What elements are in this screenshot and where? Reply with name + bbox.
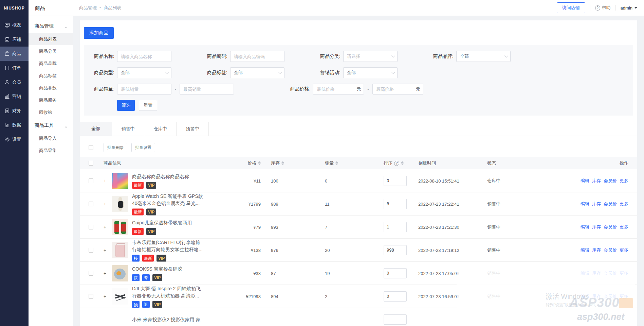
row-expander[interactable]: + xyxy=(102,201,108,207)
sidebar-item-settings[interactable]: 设置 xyxy=(0,132,29,147)
submenu-list: 商品管理商品列表商品分类商品品牌商品标签商品参数商品服务回收站商品工具商品导入商… xyxy=(29,16,73,157)
submenu-item[interactable]: 商品导入 xyxy=(29,132,73,144)
row-expander[interactable]: + xyxy=(102,178,108,184)
type-select[interactable]: 全部 xyxy=(117,67,171,78)
filter-reset-button[interactable]: 重置 xyxy=(139,100,157,111)
action-member-price[interactable]: 会员价 xyxy=(604,224,617,229)
tab-全部[interactable]: 全部 xyxy=(80,122,112,136)
sidebar-item-order[interactable]: 订单 xyxy=(0,61,29,75)
row-checkbox[interactable] xyxy=(89,178,93,183)
submenu-group-0[interactable]: 商品管理 xyxy=(29,19,73,33)
sort-input[interactable] xyxy=(384,245,407,255)
add-product-button[interactable]: 添加商品 xyxy=(84,27,114,39)
sort-carets-icon[interactable] xyxy=(335,161,338,165)
row-checkbox[interactable] xyxy=(89,202,93,206)
action-member-price[interactable]: 会员价 xyxy=(604,247,617,253)
activity-select[interactable]: 全部 xyxy=(343,67,398,78)
action-stock[interactable]: 库存 xyxy=(592,247,601,253)
submenu-item[interactable]: 商品品牌 xyxy=(29,57,73,70)
filter-brand: 商品品牌: 全部 xyxy=(423,51,536,62)
submenu-item[interactable]: 商品标签 xyxy=(29,70,73,82)
help-link[interactable]: ? 帮助 xyxy=(595,5,611,11)
row-checkbox[interactable] xyxy=(89,271,93,276)
sort-input[interactable] xyxy=(384,314,407,325)
sort-carets-icon[interactable] xyxy=(401,161,404,165)
action-more[interactable]: 更多 xyxy=(620,224,628,229)
min-sales-input[interactable] xyxy=(117,84,171,95)
product-name-input[interactable] xyxy=(117,51,171,62)
product-code-input[interactable] xyxy=(230,51,284,62)
submenu-item[interactable]: 商品采集 xyxy=(29,144,73,157)
submenu-item[interactable]: 商品分类 xyxy=(29,45,73,57)
action-member-price[interactable]: 会员价 xyxy=(604,201,617,206)
action-stock[interactable]: 库存 xyxy=(592,178,601,183)
action-edit[interactable]: 编辑 xyxy=(581,178,589,183)
submenu-item[interactable]: 商品参数 xyxy=(29,82,73,94)
action-more[interactable]: 更多 xyxy=(620,178,628,183)
tab-预警中[interactable]: 预警中 xyxy=(177,122,209,136)
sort-input[interactable] xyxy=(384,268,407,278)
tab-仓库中[interactable]: 仓库中 xyxy=(144,122,177,136)
filter-category: 商品分类: 请选择 xyxy=(310,51,423,62)
range-separator: - xyxy=(175,87,176,92)
table-row: +卡帝乐鳄鱼(CARTELO)行李箱旅行箱铝框万向轮男女学生拉杆箱...接最新V… xyxy=(80,239,637,262)
filter-submit-button[interactable]: 筛选 xyxy=(117,100,135,111)
row-checkbox[interactable] xyxy=(89,294,93,299)
sidebar-item-data[interactable]: 数据 xyxy=(0,118,29,132)
sidebar-item-overview[interactable]: 概况 xyxy=(0,18,29,32)
sales-header-label: 销量 xyxy=(325,160,334,166)
sidebar-item-finance[interactable]: 财务 xyxy=(0,104,29,118)
product-stock: 976 xyxy=(271,247,278,253)
row-expander[interactable]: + xyxy=(102,224,108,230)
action-more[interactable]: 更多 xyxy=(620,201,628,206)
col-sort-header[interactable]: 排序 ? xyxy=(384,160,404,166)
submenu-item[interactable]: 回收站 xyxy=(29,106,73,119)
action-edit[interactable]: 编辑 xyxy=(581,247,589,253)
row-expander[interactable]: + xyxy=(102,271,108,276)
action-stock[interactable]: 库存 xyxy=(592,224,601,229)
row-checkbox[interactable] xyxy=(89,225,93,229)
product-tags: 接最新VIP xyxy=(132,255,241,261)
sort-input[interactable] xyxy=(384,222,407,232)
product-sales: 20 xyxy=(325,247,330,253)
brand-select[interactable]: 全部 xyxy=(456,51,511,62)
sort-carets-icon[interactable] xyxy=(258,161,261,165)
tab-销售中[interactable]: 销售中 xyxy=(112,122,144,136)
submenu-group-1[interactable]: 商品工具 xyxy=(29,119,73,132)
product-tag: 接 xyxy=(132,274,140,281)
action-member-price[interactable]: 会员价 xyxy=(604,178,617,183)
sidebar-item-marketing[interactable]: 营销 xyxy=(0,89,29,104)
header-checkbox[interactable] xyxy=(89,161,93,166)
col-sales-header[interactable]: 销量 xyxy=(325,160,338,166)
visit-shop-button[interactable]: 访问店铺 xyxy=(557,2,585,13)
category-select[interactable]: 请选择 xyxy=(343,51,398,62)
batch-delete-button[interactable]: 批量删除 xyxy=(104,143,127,152)
sidebar-item-goods[interactable]: 商品 xyxy=(0,47,29,61)
max-sales-input[interactable] xyxy=(180,84,234,95)
sidebar-item-shop[interactable]: 店铺 xyxy=(0,32,29,47)
col-price-header[interactable]: 价格 xyxy=(222,160,261,166)
sidebar-item-member[interactable]: 会员 xyxy=(0,75,29,89)
action-more[interactable]: 更多 xyxy=(620,247,628,253)
batch-setting-button[interactable]: 批量设置 xyxy=(131,143,155,152)
action-stock[interactable]: 库存 xyxy=(592,201,601,206)
unit-label: 元 xyxy=(356,86,361,92)
submenu-item[interactable]: 商品服务 xyxy=(29,94,73,106)
asp300-site-watermark: asp300.net xyxy=(577,312,625,322)
col-stock-header[interactable]: 库存 xyxy=(271,160,284,166)
action-edit[interactable]: 编辑 xyxy=(581,224,589,229)
sort-carets-icon[interactable] xyxy=(281,161,284,165)
row-expander[interactable]: + xyxy=(102,294,108,299)
sort-input[interactable] xyxy=(384,176,407,186)
select-all-checkbox[interactable] xyxy=(89,145,93,150)
product-stock: 100 xyxy=(271,178,278,183)
user-menu[interactable]: admin xyxy=(621,5,637,11)
product-tag: 最新 xyxy=(132,208,144,215)
tag-select[interactable]: 全部 xyxy=(230,67,284,78)
submenu-item[interactable]: 商品列表 xyxy=(29,33,73,45)
sort-input[interactable] xyxy=(384,291,407,302)
row-expander[interactable]: + xyxy=(102,247,108,253)
sort-input[interactable] xyxy=(384,199,407,209)
action-edit[interactable]: 编辑 xyxy=(581,201,589,206)
row-checkbox[interactable] xyxy=(89,248,93,253)
